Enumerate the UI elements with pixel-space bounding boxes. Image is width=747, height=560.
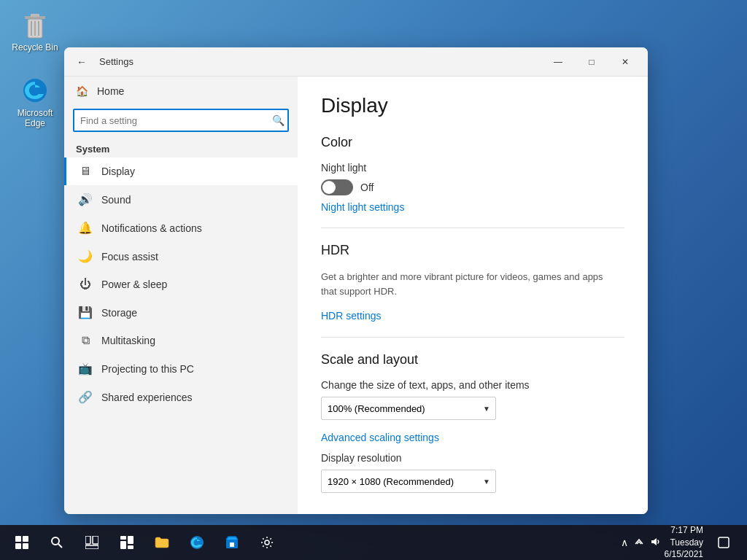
search-input[interactable]	[73, 109, 289, 132]
sidebar-sound-label: Sound	[101, 194, 131, 206]
sidebar-power-label: Power & sleep	[101, 279, 167, 290]
night-light-state: Off	[360, 182, 374, 193]
scale-dropdown[interactable]: 100% (Recommended) 125% 150% 175%	[321, 397, 496, 420]
page-title: Display	[321, 94, 624, 117]
color-section-title: Color	[321, 135, 624, 150]
advanced-scaling-link[interactable]: Advanced scaling settings	[321, 432, 624, 443]
tray-icons: ∧	[621, 537, 660, 549]
task-view-button[interactable]	[76, 526, 108, 559]
settings-taskbar-button[interactable]	[251, 526, 283, 559]
sidebar-item-projecting[interactable]: 📺 Projecting to this PC	[64, 354, 298, 383]
svg-rect-19	[128, 545, 133, 549]
shared-icon: 🔗	[78, 390, 93, 404]
svg-rect-5	[31, 14, 39, 17]
scale-divider	[321, 337, 624, 338]
recycle-bin-label: Recycle Bin	[12, 42, 58, 52]
window-controls: — □ ✕	[541, 50, 642, 74]
notification-button[interactable]	[708, 526, 740, 559]
multitasking-icon: ⧉	[78, 334, 93, 347]
edge-image	[20, 76, 50, 105]
clock-day: Tuesday	[665, 537, 703, 549]
night-light-settings-link[interactable]: Night light settings	[321, 201, 624, 213]
minimize-button[interactable]: —	[541, 50, 575, 74]
svg-rect-22	[230, 542, 234, 547]
svg-rect-8	[23, 536, 28, 542]
edge-label: Microsoft Edge	[10, 108, 60, 128]
sidebar-item-sound[interactable]: 🔊 Sound	[64, 185, 298, 214]
window-body: 🏠 Home 🔍 System 🖥 Display 🔊 Sound	[64, 77, 648, 514]
svg-rect-16	[120, 536, 126, 540]
sidebar-shared-label: Shared experiences	[101, 392, 193, 403]
notifications-icon: 🔔	[78, 221, 93, 235]
storage-icon: 💾	[78, 306, 93, 319]
focus-icon: 🌙	[78, 249, 93, 263]
sidebar-item-storage[interactable]: 💾 Storage	[64, 298, 298, 327]
svg-rect-13	[85, 536, 90, 544]
explorer-button[interactable]	[146, 526, 178, 559]
settings-window: ← Settings — □ ✕ 🏠 Home 🔍 System	[64, 47, 648, 514]
sidebar-item-notifications[interactable]: 🔔 Notifications & actions	[64, 214, 298, 242]
home-label: Home	[97, 85, 124, 97]
sidebar-projecting-label: Projecting to this PC	[101, 363, 194, 375]
svg-rect-10	[23, 543, 28, 549]
widgets-button[interactable]	[111, 526, 143, 559]
sidebar-storage-label: Storage	[101, 307, 137, 319]
svg-rect-18	[128, 536, 133, 544]
svg-line-12	[58, 544, 62, 548]
taskbar: ∧ 7:17 PM Tuesday 6/15/2021	[0, 525, 747, 560]
svg-rect-15	[85, 545, 98, 549]
sidebar-notifications-label: Notifications & actions	[101, 222, 202, 234]
sound-icon: 🔊	[78, 192, 93, 206]
night-light-toggle[interactable]	[321, 179, 353, 195]
taskbar-right: ∧ 7:17 PM Tuesday 6/15/2021	[621, 524, 747, 560]
maximize-button[interactable]: □	[575, 50, 608, 74]
edge-taskbar-button[interactable]	[181, 526, 213, 559]
sidebar-item-power[interactable]: ⏻ Power & sleep	[64, 271, 298, 298]
sidebar-item-shared[interactable]: 🔗 Shared experiences	[64, 383, 298, 411]
desktop: Recycle Bin Microsoft Edge ← Settings — …	[0, 0, 747, 560]
close-button[interactable]: ✕	[608, 50, 642, 74]
back-button[interactable]: ←	[70, 50, 93, 74]
sidebar-focus-label: Focus assist	[101, 251, 158, 262]
home-icon: 🏠	[76, 85, 88, 97]
edge-desktop-icon[interactable]: Microsoft Edge	[7, 73, 63, 131]
search-box: 🔍	[73, 109, 289, 132]
night-light-label: Night light	[321, 162, 624, 174]
recycle-bin-image	[20, 10, 50, 39]
svg-point-11	[52, 537, 59, 545]
svg-rect-24	[719, 537, 729, 548]
sound-tray-icon[interactable]	[650, 537, 660, 549]
projecting-icon: 📺	[78, 362, 93, 376]
network-icon[interactable]	[634, 537, 644, 549]
svg-rect-9	[15, 543, 21, 549]
sidebar-home[interactable]: 🏠 Home	[64, 77, 298, 106]
scale-label: Change the size of text, apps, and other…	[321, 379, 624, 391]
hdr-settings-link[interactable]: HDR settings	[321, 310, 381, 322]
store-button[interactable]	[216, 526, 248, 559]
sidebar-multitasking-label: Multitasking	[101, 335, 155, 346]
hdr-description: Get a brighter and more vibrant picture …	[321, 270, 624, 298]
hdr-section-title: HDR	[321, 243, 624, 258]
resolution-setting: Display resolution 1920 × 1080 (Recommen…	[321, 452, 624, 499]
resolution-label: Display resolution	[321, 452, 624, 464]
clock-time: 7:17 PM	[665, 524, 703, 537]
search-icon: 🔍	[272, 114, 285, 126]
svg-point-23	[265, 540, 269, 545]
sidebar-item-multitasking[interactable]: ⧉ Multitasking	[64, 327, 298, 354]
recycle-bin-icon[interactable]: Recycle Bin	[7, 7, 63, 55]
tray-chevron[interactable]: ∧	[621, 537, 628, 548]
sidebar-item-display[interactable]: 🖥 Display	[64, 158, 298, 185]
sidebar: 🏠 Home 🔍 System 🖥 Display 🔊 Sound	[64, 77, 298, 514]
clock[interactable]: 7:17 PM Tuesday 6/15/2021	[665, 524, 703, 560]
start-button[interactable]	[6, 526, 38, 559]
scale-section-title: Scale and layout	[321, 352, 624, 368]
search-button[interactable]	[41, 526, 73, 559]
sidebar-item-focus[interactable]: 🌙 Focus assist	[64, 242, 298, 271]
resolution-dropdown-wrapper: 1920 × 1080 (Recommended) ▼	[321, 470, 496, 493]
svg-rect-7	[15, 536, 21, 542]
scale-dropdown-wrapper: 100% (Recommended) 125% 150% 175% ▼	[321, 397, 496, 420]
scale-setting: Change the size of text, apps, and other…	[321, 379, 624, 443]
taskbar-left	[0, 526, 283, 559]
svg-rect-17	[120, 541, 126, 549]
resolution-dropdown[interactable]: 1920 × 1080 (Recommended)	[321, 470, 496, 493]
